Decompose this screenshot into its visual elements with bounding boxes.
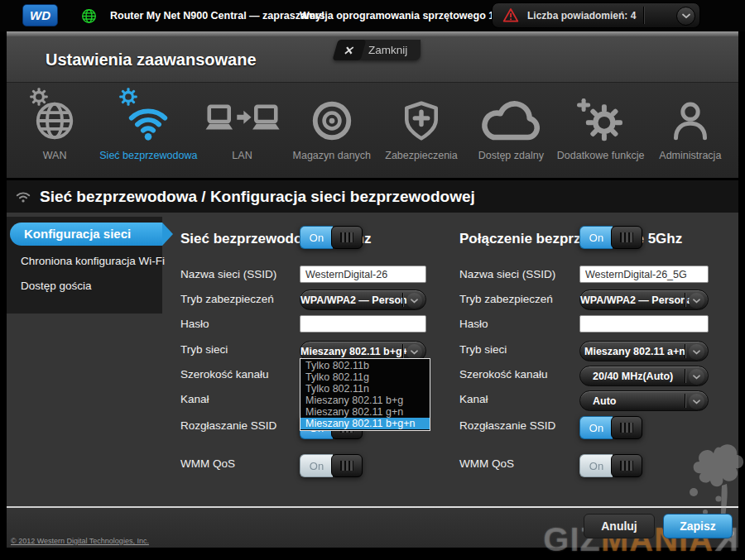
wifi5-network-mode-label: Tryb sieci	[459, 343, 507, 356]
toggle-on-label: On	[300, 454, 333, 477]
chevron-down-icon	[689, 369, 704, 385]
dropdown-option-selected[interactable]: Mieszany 802.11 b+g+n	[300, 418, 430, 429]
shield-plus-icon	[401, 98, 442, 143]
nav-label-wan: WAN	[43, 150, 67, 161]
toggle-knob	[611, 226, 642, 249]
nav-item-storage[interactable]: Magazyn danych	[287, 83, 377, 178]
notifications-count-label: Liczba powiadomień: 4	[527, 10, 636, 22]
breadcrumb-title: Sieć bezprzewodowa / Konfiguracja sieci …	[40, 188, 475, 206]
divider	[685, 394, 685, 408]
wifi5-channel-select[interactable]: Auto	[579, 390, 709, 411]
main-nav: WAN	[7, 83, 738, 178]
sidebar-item-network-configuration[interactable]: Konfiguracja sieci	[10, 223, 162, 246]
nav-label-extra-features: Dodatkowe funkcje	[557, 150, 645, 161]
toggle-knob	[611, 454, 642, 477]
toggle-knob	[331, 226, 363, 249]
divider	[402, 344, 403, 358]
cloud-icon	[476, 99, 546, 142]
notifications-expand-button[interactable]	[676, 7, 695, 26]
wifi5-network-mode-select[interactable]: Mieszany 802.11 a+n	[579, 341, 709, 361]
sidebar-item-guest-access[interactable]: Dostęp gościa	[21, 280, 92, 292]
gear-badge-icon	[119, 88, 137, 106]
divider	[685, 344, 685, 358]
copyright-link[interactable]: © 2012 Western Digital Technologies, Inc…	[11, 537, 149, 545]
chevron-down-icon	[682, 13, 690, 19]
language-globe-icon	[81, 8, 97, 24]
chevron-down-icon	[406, 293, 422, 309]
dropdown-option[interactable]: Tylko 802.11g	[300, 371, 430, 383]
toggle-on-label: On	[579, 226, 613, 249]
divider	[402, 293, 403, 307]
page-title: Ustawienia zaawansowane	[46, 50, 257, 69]
nav-item-extra-features[interactable]: Dodatkowe funkcje	[555, 83, 645, 178]
chevron-down-icon	[689, 394, 704, 409]
nav-item-remote-access[interactable]: Dodatkowe funkcje Dostęp zdalny	[466, 83, 555, 178]
dropdown-option[interactable]: Tylko 802.11n	[300, 383, 430, 395]
dropdown-option[interactable]: Mieszany 802.11 b+g	[300, 395, 430, 406]
person-icon	[670, 98, 711, 143]
footer: Anuluj Zapisz © 2012 Western Digital Tec…	[7, 508, 738, 548]
close-button[interactable]: ✕ Zamknij	[335, 40, 421, 60]
nav-item-wireless[interactable]: Sieć bezprzewodowa	[99, 83, 197, 178]
toggle-on-label: On	[579, 454, 613, 477]
wifi5-channel-width-select[interactable]: 20/40 MHz(Auto)	[579, 366, 709, 386]
toggle-knob	[611, 416, 642, 439]
wifi5-ssid-label: Nazwa sieci (SSID)	[459, 268, 555, 280]
wireless-settings-content: Konfiguracja sieci Chroniona konfiguracj…	[7, 213, 738, 506]
toggle-on-label: On	[300, 226, 333, 249]
dropdown-option[interactable]: Mieszany 802.11 g+n	[300, 406, 430, 418]
disc-icon	[310, 98, 354, 143]
wifi5-security-select[interactable]: WPA/WPA2 — Personal	[579, 290, 709, 310]
wifi5-wmm-label: WMM QoS	[459, 457, 514, 470]
sidebar-item-wps[interactable]: Chroniona konfiguracja Wi-Fi	[21, 255, 165, 267]
wifi5-ssid-input[interactable]	[579, 266, 709, 283]
dropdown-option[interactable]: Tylko 802.11b	[300, 360, 430, 371]
chevron-down-icon	[689, 293, 704, 309]
topbar: WD Router My Net N900 Central — zaprasza…	[0, 0, 745, 31]
wifi5-broadcast-toggle[interactable]: On	[579, 416, 642, 439]
nav-label-storage: Magazyn danych	[293, 150, 372, 161]
chevron-down-icon	[689, 344, 704, 360]
wifi5-heading: Połączenie bezprzewodowe 5Ghz	[459, 231, 682, 247]
close-icon: ✕	[332, 40, 366, 60]
wifi5-password-input[interactable]	[579, 315, 709, 333]
divider	[643, 7, 644, 24]
wifi24-password-input[interactable]	[300, 315, 426, 333]
wifi24-security-label: Tryb zabezpieczeń	[180, 293, 274, 305]
lan-computers-icon	[204, 102, 281, 140]
toggle-knob	[331, 454, 363, 477]
nav-item-administration[interactable]: Administracja	[646, 83, 735, 178]
nav-label-remote-access: Dostęp zdalny	[478, 150, 544, 161]
warning-icon	[502, 7, 519, 23]
wifi5-enable-toggle[interactable]: On	[579, 226, 642, 249]
wifi24-wmm-label: WMM QoS	[180, 457, 235, 470]
nav-item-security[interactable]: Zabezpieczenia	[377, 83, 466, 178]
nav-item-wan[interactable]: WAN	[10, 83, 99, 178]
firmware-version-text: Wersja oprogramowania sprzętowego 1.04.1…	[300, 10, 522, 22]
wifi5-password-label: Hasło	[459, 318, 488, 330]
network-mode-dropdown-list: Tylko 802.11b Tylko 802.11g Tylko 802.11…	[300, 358, 430, 431]
breadcrumb: Sieć bezprzewodowa / Konfiguracja sieci …	[7, 178, 738, 213]
nav-label-lan: LAN	[232, 150, 252, 161]
wifi24-channel-label: Kanał	[180, 393, 209, 405]
notifications-bar[interactable]: Liczba powiadomień: 4	[492, 2, 700, 28]
wifi24-enable-toggle[interactable]: On	[300, 226, 363, 249]
wd-logo[interactable]: WD	[22, 4, 58, 26]
wifi24-wmm-toggle[interactable]: On	[300, 454, 363, 477]
router-welcome-text: Router My Net N900 Central — zapraszamy!	[110, 10, 324, 22]
wifi24-ssid-input[interactable]	[300, 266, 426, 283]
divider	[685, 293, 685, 307]
save-button[interactable]: Zapisz	[663, 514, 733, 538]
wifi5-broadcast-label: Rozgłaszanie SSID	[459, 419, 555, 432]
gear-plus-icon	[575, 98, 627, 144]
wifi24-network-mode-label: Tryb sieci	[180, 343, 228, 356]
wifi24-security-select[interactable]: WPA/WPA2 — Personal	[300, 290, 426, 310]
close-button-label: Zamknij	[358, 40, 421, 60]
cancel-button[interactable]: Anuluj	[584, 514, 655, 538]
wifi5-wmm-toggle[interactable]: On	[579, 454, 642, 477]
wifi24-ssid-label: Nazwa sieci (SSID)	[180, 268, 276, 280]
nav-item-lan[interactable]: LAN	[197, 83, 286, 178]
router-admin-screen: WD Router My Net N900 Central — zaprasza…	[0, 0, 745, 560]
nav-label-administration: Administracja	[659, 150, 721, 161]
wifi-small-icon	[14, 189, 32, 204]
